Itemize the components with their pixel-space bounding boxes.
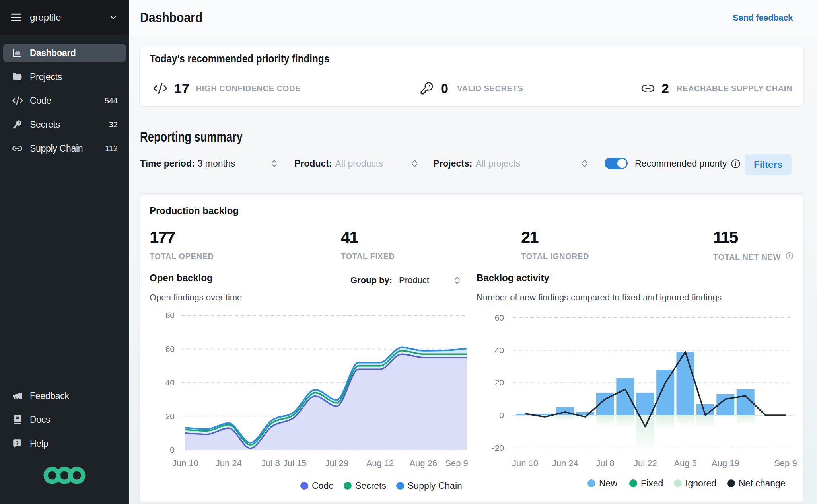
- svg-text:Aug 12: Aug 12: [366, 458, 394, 468]
- svg-text:Aug 5: Aug 5: [674, 458, 697, 468]
- svg-text:Fixed: Fixed: [641, 478, 663, 488]
- svg-text:Jun 24: Jun 24: [552, 458, 578, 468]
- svg-text:Jun 10: Jun 10: [512, 458, 538, 468]
- svg-text:Jul 8: Jul 8: [261, 458, 280, 468]
- svg-text:Jul 29: Jul 29: [325, 458, 348, 468]
- svg-text:Net change: Net change: [739, 478, 786, 488]
- svg-text:Jun 10: Jun 10: [172, 458, 198, 468]
- svg-text:Sep 9: Sep 9: [445, 458, 468, 468]
- svg-text:Code: Code: [312, 481, 334, 491]
- svg-text:40: 40: [495, 346, 504, 355]
- svg-text:40: 40: [165, 378, 175, 387]
- svg-text:Sep 9: Sep 9: [774, 458, 797, 468]
- svg-text:60: 60: [495, 313, 504, 322]
- svg-text:Jul 8: Jul 8: [596, 458, 614, 468]
- svg-text:Jul 22: Jul 22: [634, 458, 657, 468]
- svg-text:Jul 15: Jul 15: [283, 458, 307, 468]
- svg-text:80: 80: [165, 311, 175, 320]
- svg-text:0: 0: [170, 445, 175, 454]
- svg-text:Aug 19: Aug 19: [712, 458, 739, 468]
- svg-text:Supply Chain: Supply Chain: [408, 481, 462, 491]
- svg-text:20: 20: [495, 378, 504, 387]
- svg-text:Jun 24: Jun 24: [216, 458, 242, 468]
- svg-text:New: New: [599, 478, 617, 488]
- svg-text:0: 0: [499, 411, 504, 420]
- svg-text:Ignored: Ignored: [685, 478, 716, 488]
- svg-text:Secrets: Secrets: [355, 481, 386, 491]
- svg-text:Aug 26: Aug 26: [409, 458, 437, 468]
- svg-text:?: ?: [16, 440, 19, 446]
- svg-text:-20: -20: [492, 443, 504, 452]
- svg-text:60: 60: [165, 344, 175, 354]
- svg-text:20: 20: [165, 412, 175, 421]
